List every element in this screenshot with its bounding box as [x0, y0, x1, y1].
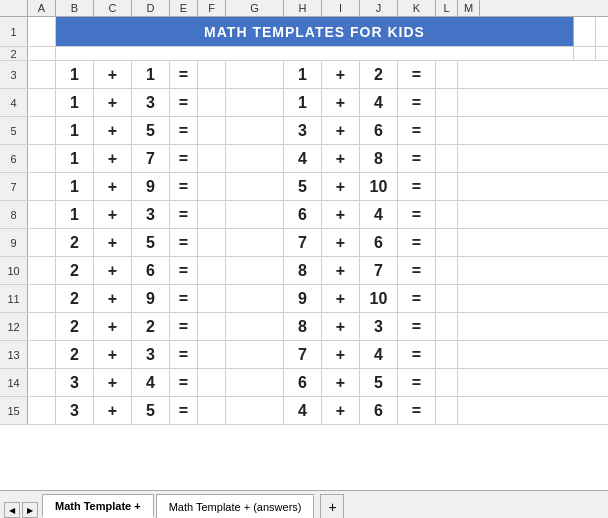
cell-b3[interactable]: 1 — [56, 61, 94, 88]
cell-j5[interactable]: 6 — [360, 117, 398, 144]
cell-f11[interactable] — [198, 285, 226, 312]
cell-l9[interactable] — [436, 229, 458, 256]
cell-c5[interactable]: + — [94, 117, 132, 144]
cell-k15[interactable]: = — [398, 397, 436, 424]
cell-j3[interactable]: 2 — [360, 61, 398, 88]
cell-m3[interactable] — [458, 61, 480, 88]
cell-i8[interactable]: + — [322, 201, 360, 228]
cell-c4[interactable]: + — [94, 89, 132, 116]
cell-i12[interactable]: + — [322, 313, 360, 340]
cell-j11[interactable]: 10 — [360, 285, 398, 312]
cell-g10[interactable] — [226, 257, 284, 284]
cell-m11[interactable] — [458, 285, 480, 312]
cell-b6[interactable]: 1 — [56, 145, 94, 172]
cell-i10[interactable]: + — [322, 257, 360, 284]
cell-f3[interactable] — [198, 61, 226, 88]
cell-e8[interactable]: = — [170, 201, 198, 228]
cell-g14[interactable] — [226, 369, 284, 396]
cell-e6[interactable]: = — [170, 145, 198, 172]
cell-g7[interactable] — [226, 173, 284, 200]
cell-m4[interactable] — [458, 89, 480, 116]
cell-a8[interactable] — [28, 201, 56, 228]
cell-b2-span[interactable] — [56, 47, 574, 60]
cell-i3[interactable]: + — [322, 61, 360, 88]
cell-b12[interactable]: 2 — [56, 313, 94, 340]
cell-b10[interactable]: 2 — [56, 257, 94, 284]
cell-j7[interactable]: 10 — [360, 173, 398, 200]
cell-j4[interactable]: 4 — [360, 89, 398, 116]
cell-a10[interactable] — [28, 257, 56, 284]
col-header-h[interactable]: H — [284, 0, 322, 16]
cell-h9[interactable]: 7 — [284, 229, 322, 256]
cell-j6[interactable]: 8 — [360, 145, 398, 172]
cell-g11[interactable] — [226, 285, 284, 312]
cell-d9[interactable]: 5 — [132, 229, 170, 256]
cell-f4[interactable] — [198, 89, 226, 116]
cell-g9[interactable] — [226, 229, 284, 256]
cell-f15[interactable] — [198, 397, 226, 424]
cell-h13[interactable]: 7 — [284, 341, 322, 368]
cell-e10[interactable]: = — [170, 257, 198, 284]
cell-e14[interactable]: = — [170, 369, 198, 396]
tab-math-template-answers[interactable]: Math Template + (answers) — [156, 494, 315, 518]
cell-m14[interactable] — [458, 369, 480, 396]
cell-d14[interactable]: 4 — [132, 369, 170, 396]
cell-c13[interactable]: + — [94, 341, 132, 368]
cell-b13[interactable]: 2 — [56, 341, 94, 368]
col-header-m[interactable]: M — [458, 0, 480, 16]
add-tab-button[interactable]: + — [320, 494, 344, 518]
cell-l7[interactable] — [436, 173, 458, 200]
col-header-l[interactable]: L — [436, 0, 458, 16]
cell-d6[interactable]: 7 — [132, 145, 170, 172]
cell-b15[interactable]: 3 — [56, 397, 94, 424]
col-header-b[interactable]: B — [56, 0, 94, 16]
tab-math-template[interactable]: Math Template + — [42, 494, 154, 518]
cell-e4[interactable]: = — [170, 89, 198, 116]
cell-h4[interactable]: 1 — [284, 89, 322, 116]
cell-m6[interactable] — [458, 145, 480, 172]
cell-m15[interactable] — [458, 397, 480, 424]
cell-e7[interactable]: = — [170, 173, 198, 200]
cell-c6[interactable]: + — [94, 145, 132, 172]
tab-nav-left[interactable]: ◀ — [4, 502, 20, 518]
cell-j12[interactable]: 3 — [360, 313, 398, 340]
cell-c9[interactable]: + — [94, 229, 132, 256]
cell-j13[interactable]: 4 — [360, 341, 398, 368]
cell-l15[interactable] — [436, 397, 458, 424]
cell-h14[interactable]: 6 — [284, 369, 322, 396]
cell-f5[interactable] — [198, 117, 226, 144]
cell-i6[interactable]: + — [322, 145, 360, 172]
cell-l12[interactable] — [436, 313, 458, 340]
cell-j8[interactable]: 4 — [360, 201, 398, 228]
cell-l2[interactable] — [574, 47, 596, 60]
cell-b8[interactable]: 1 — [56, 201, 94, 228]
cell-m10[interactable] — [458, 257, 480, 284]
cell-l8[interactable] — [436, 201, 458, 228]
cell-m9[interactable] — [458, 229, 480, 256]
col-header-a[interactable]: A — [28, 0, 56, 16]
cell-m13[interactable] — [458, 341, 480, 368]
cell-f10[interactable] — [198, 257, 226, 284]
cell-h15[interactable]: 4 — [284, 397, 322, 424]
cell-c7[interactable]: + — [94, 173, 132, 200]
cell-e11[interactable]: = — [170, 285, 198, 312]
cell-j14[interactable]: 5 — [360, 369, 398, 396]
cell-k5[interactable]: = — [398, 117, 436, 144]
cell-d13[interactable]: 3 — [132, 341, 170, 368]
cell-m12[interactable] — [458, 313, 480, 340]
tab-nav-right[interactable]: ▶ — [22, 502, 38, 518]
cell-g6[interactable] — [226, 145, 284, 172]
cell-d12[interactable]: 2 — [132, 313, 170, 340]
cell-c3[interactable]: + — [94, 61, 132, 88]
cell-k11[interactable]: = — [398, 285, 436, 312]
cell-l14[interactable] — [436, 369, 458, 396]
cell-k9[interactable]: = — [398, 229, 436, 256]
cell-g8[interactable] — [226, 201, 284, 228]
cell-h5[interactable]: 3 — [284, 117, 322, 144]
cell-h11[interactable]: 9 — [284, 285, 322, 312]
cell-d7[interactable]: 9 — [132, 173, 170, 200]
cell-j9[interactable]: 6 — [360, 229, 398, 256]
cell-b7[interactable]: 1 — [56, 173, 94, 200]
cell-c10[interactable]: + — [94, 257, 132, 284]
cell-k13[interactable]: = — [398, 341, 436, 368]
